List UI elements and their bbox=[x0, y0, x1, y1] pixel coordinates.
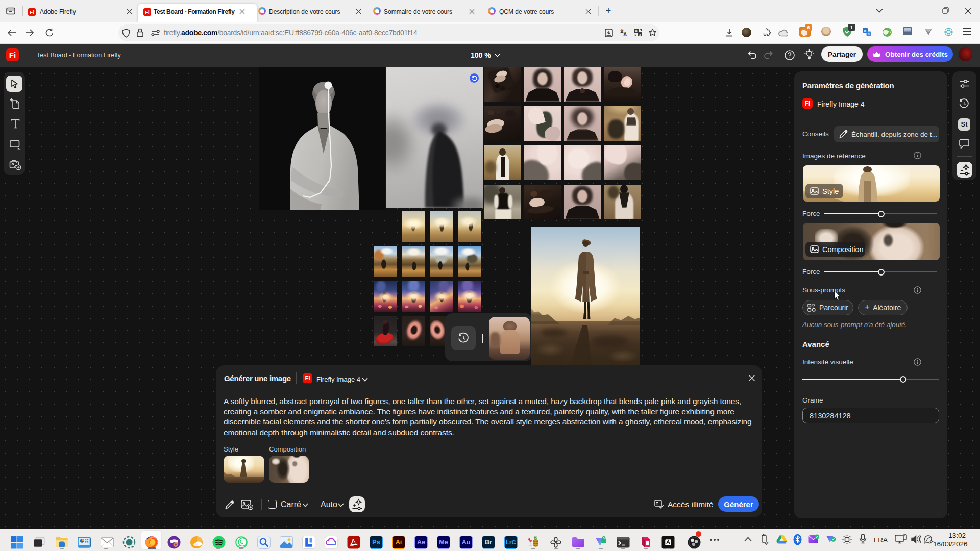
svg-text:a: a bbox=[639, 33, 641, 36]
svg-text:a: a bbox=[868, 32, 870, 36]
svg-text:A: A bbox=[623, 32, 627, 37]
